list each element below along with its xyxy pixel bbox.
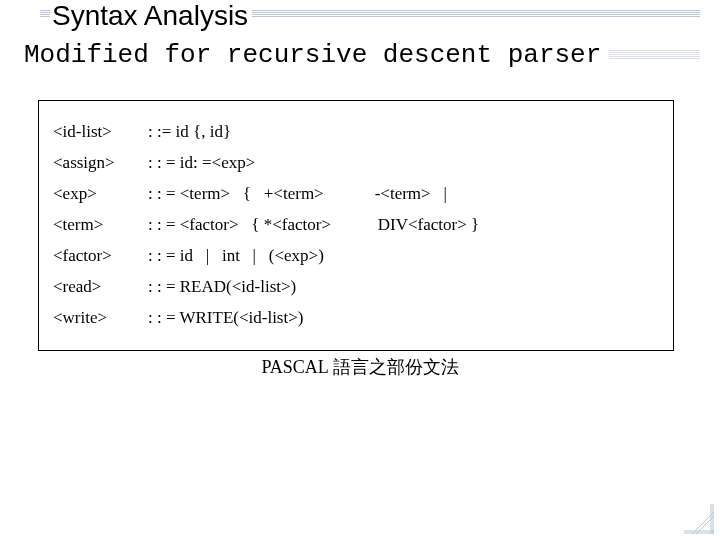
grammar-rhs: : : = <term> { +<term> -<term> | [148,185,659,202]
grammar-rhs: : : = READ(<id-list>) [148,278,659,295]
grammar-lhs: <assign> [53,154,148,171]
subtitle-bar: Modified for recursive descent parser [24,38,700,72]
grammar-row: <id-list> : := id {, id} [53,123,659,140]
grammar-row: <write> : : = WRITE(<id-list>) [53,309,659,326]
grammar-box: <id-list> : := id {, id} <assign> : : = … [38,100,674,351]
grammar-lhs: <term> [53,216,148,233]
grammar-rhs: : : = WRITE(<id-list>) [148,309,659,326]
grammar-lhs: <read> [53,278,148,295]
grammar-row: <assign> : : = id: =<exp> [53,154,659,171]
grammar-row: <exp> : : = <term> { +<term> -<term> | [53,185,659,202]
grammar-lhs: <factor> [53,247,148,264]
grammar-lhs: <id-list> [53,123,148,140]
grammar-row: <factor> : : = id | int | (<exp>) [53,247,659,264]
grammar-row: <term> : : = <factor> { *<factor> DIV<fa… [53,216,659,233]
grammar-lhs: <write> [53,309,148,326]
grammar-caption: PASCAL 語言之部份文法 [0,355,720,379]
grammar-lhs: <exp> [53,185,148,202]
corner-decoration-icon [684,504,714,534]
grammar-row: <read> : : = READ(<id-list>) [53,278,659,295]
grammar-rhs: : : = <factor> { *<factor> DIV<factor> } [148,216,659,233]
page-title: Syntax Analysis [50,0,252,34]
grammar-rhs: : := id {, id} [148,123,659,140]
grammar-rhs: : : = id: =<exp> [148,154,659,171]
grammar-rhs: : : = id | int | (<exp>) [148,247,659,264]
page-subtitle: Modified for recursive descent parser [24,40,609,70]
